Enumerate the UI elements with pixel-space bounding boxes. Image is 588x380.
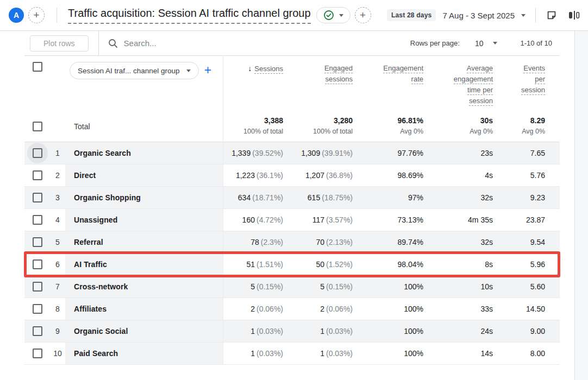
channel-name: Affiliates: [65, 298, 223, 320]
select-all-checkbox[interactable]: [33, 62, 42, 72]
table-row[interactable]: 3 Organic Shopping 634(18.71%) 615(18.75…: [24, 187, 560, 209]
channel-name: Unassigned: [65, 209, 223, 231]
total-row: Total 3,388 100% of total 3,280 100% of …: [24, 111, 560, 142]
channel-name: Organic Shopping: [65, 187, 223, 208]
search-icon: [108, 38, 118, 49]
insights-note-button[interactable]: [546, 9, 558, 21]
channel-name: AI Traffic: [65, 254, 223, 275]
sessions-value: 51(1.51%): [223, 260, 287, 269]
dimension-selector[interactable]: Session AI traf... channel group: [70, 62, 199, 79]
plot-rows-button[interactable]: Plot rows: [30, 35, 89, 52]
events-per-session-value: 9.54: [497, 238, 560, 246]
note-icon: [546, 9, 558, 21]
table-row[interactable]: 1 Organic Search 1,339(39.52%) 1,309(39.…: [24, 142, 560, 164]
comparison-panel-button[interactable]: [567, 9, 580, 21]
events-per-session-value: 5.96: [497, 260, 560, 269]
divider: [57, 8, 57, 23]
channel-name: Paid Search: [65, 343, 223, 364]
row-index: 10: [50, 349, 65, 358]
table-row[interactable]: 5 Referral 78(2.3%) 70(2.13%) 89.74% 32s…: [24, 231, 560, 254]
row-index: 2: [50, 171, 65, 180]
row-index: 9: [50, 327, 65, 335]
date-range[interactable]: 7 Aug - 3 Sept 2025: [442, 11, 515, 20]
engagement-rate-value: 89.74%: [357, 238, 428, 246]
row-checkbox[interactable]: [33, 349, 42, 358]
chevron-down-icon[interactable]: [493, 42, 497, 45]
row-checkbox[interactable]: [33, 215, 42, 225]
channel-name: Organic Search: [65, 142, 223, 164]
row-index: 4: [50, 216, 65, 224]
row-checkbox[interactable]: [33, 304, 42, 314]
total-sessions: 3,388: [223, 116, 283, 125]
row-checkbox[interactable]: [33, 259, 42, 269]
search-input[interactable]: [124, 39, 287, 48]
row-index: 7: [50, 282, 65, 291]
total-label: Total: [65, 111, 223, 142]
add-dimension-button[interactable]: +: [204, 62, 211, 78]
row-index: 6: [50, 260, 65, 269]
row-checkbox[interactable]: [33, 148, 42, 158]
row-checkbox[interactable]: [33, 237, 42, 247]
table-row[interactable]: 9 Organic Social 1(0.03%) 1(0.03%) 100% …: [24, 320, 560, 343]
add-report-button[interactable]: +: [28, 7, 45, 23]
avatar[interactable]: A: [9, 8, 24, 23]
avg-engagement-time-value: 33s: [428, 305, 497, 313]
total-avg-engagement-time: 30s: [428, 116, 493, 125]
row-checkbox[interactable]: [33, 326, 42, 336]
add-comparison-button[interactable]: +: [355, 7, 371, 23]
column-header-engagement-rate[interactable]: Engagement rate: [357, 56, 428, 111]
avg-engagement-time-value: 8s: [428, 260, 497, 269]
top-bar: A + Traffic acquisition: Session AI traf…: [0, 0, 588, 31]
sessions-value: 160(4.72%): [223, 216, 287, 224]
data-quality-button[interactable]: [316, 7, 351, 23]
row-checkbox[interactable]: [33, 170, 42, 180]
engaged-sessions-value: 1(0.03%): [287, 327, 357, 335]
events-per-session-value: 23.87: [497, 216, 560, 224]
avg-engagement-time-value: 23s: [428, 149, 497, 157]
engagement-rate-value: 100%: [357, 349, 428, 358]
events-per-session-value: 5.76: [497, 171, 560, 180]
column-header-engaged-sessions[interactable]: Engaged sessions: [287, 56, 357, 111]
channel-name: Cross-network: [65, 276, 223, 297]
events-per-session-value: 5.60: [497, 282, 560, 291]
chevron-down-icon[interactable]: [521, 14, 526, 17]
sessions-value: 1,339(39.52%): [223, 149, 287, 157]
column-header-sessions[interactable]: ↓Sessions: [223, 56, 287, 111]
sessions-value: 78(2.3%): [223, 238, 287, 246]
events-per-session-value: 8.00: [497, 349, 560, 358]
engaged-sessions-value: 117(3.57%): [287, 216, 357, 224]
rows-per-page-value[interactable]: 10: [475, 39, 484, 48]
engaged-sessions-value: 1(0.03%): [287, 349, 357, 358]
engaged-sessions-value: 615(18.75%): [287, 193, 357, 202]
column-header-avg-engagement-time[interactable]: Average engagement time per session: [428, 56, 497, 111]
comparison-icon: [567, 9, 580, 21]
engaged-sessions-value: 2(0.06%): [287, 305, 357, 313]
engagement-rate-value: 98.04%: [357, 260, 428, 269]
table-row[interactable]: 10 Paid Search 1(0.03%) 1(0.03%) 100% 14…: [24, 343, 560, 365]
plus-icon: +: [360, 9, 366, 21]
engaged-sessions-value: 1,207(36.8%): [287, 171, 357, 180]
engagement-rate-value: 98.69%: [357, 171, 428, 180]
side-panel-edge: [575, 31, 588, 380]
page-title[interactable]: Traffic acquisition: Session AI traffic …: [68, 7, 311, 24]
total-events-per-session: 8.29: [497, 116, 545, 125]
avg-engagement-time-value: 4s: [428, 171, 497, 180]
total-row-checkbox[interactable]: [33, 122, 42, 131]
sessions-value: 2(0.06%): [223, 305, 287, 313]
row-checkbox[interactable]: [33, 193, 42, 202]
row-checkbox[interactable]: [33, 282, 42, 292]
events-per-session-value: 9.00: [497, 327, 560, 335]
table-row[interactable]: 4 Unassigned 160(4.72%) 117(3.57%) 73.13…: [24, 209, 560, 231]
row-index: 3: [50, 193, 65, 202]
table-header-row: Session AI traf... channel group + ↓Sess…: [24, 56, 560, 111]
sessions-value: 634(18.71%): [223, 193, 287, 202]
table-row[interactable]: 7 Cross-network 5(0.15%) 5(0.15%) 100% 1…: [24, 276, 560, 298]
table-row[interactable]: 8 Affiliates 2(0.06%) 2(0.06%) 100% 33s …: [24, 298, 560, 320]
table-row[interactable]: 2 Direct 1,223(36.1%) 1,207(36.8%) 98.69…: [24, 164, 560, 187]
column-header-events-per-session[interactable]: Events per session: [497, 56, 560, 111]
engaged-sessions-value: 1,309(39.91%): [287, 149, 357, 157]
engagement-rate-value: 100%: [357, 282, 428, 291]
engagement-rate-value: 73.13%: [357, 216, 428, 224]
table-row[interactable]: 6 AI Traffic 51(1.51%) 50(1.52%) 98.04% …: [24, 254, 560, 276]
channel-name: Direct: [65, 164, 223, 186]
